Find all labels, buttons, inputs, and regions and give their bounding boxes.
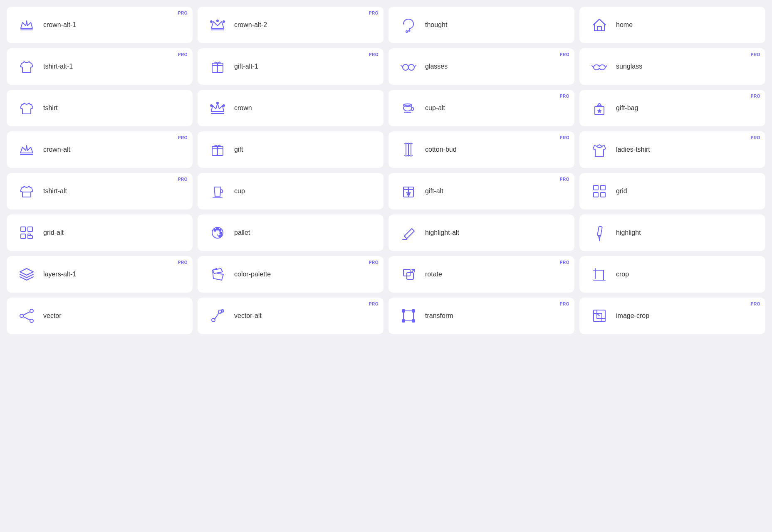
icon-card-ladies-tshirt[interactable]: ladies-tshirtPRO: [579, 131, 765, 168]
svg-rect-41: [28, 227, 32, 232]
crop-icon: [589, 264, 609, 284]
svg-point-63: [30, 319, 33, 323]
crown-alt-pro-badge: PRO: [178, 135, 188, 140]
svg-point-18: [217, 102, 218, 104]
crown-alt-2-label: crown-alt-2: [234, 21, 267, 29]
rotate-icon: [398, 264, 418, 284]
gift-alt-1-label: gift-alt-1: [234, 63, 258, 70]
icon-card-layers-alt-1[interactable]: layers-alt-1PRO: [7, 256, 193, 293]
crop-label: crop: [616, 271, 629, 278]
icon-card-cup-alt[interactable]: cup-altPRO: [388, 90, 574, 126]
cotton-bud-pro-badge: PRO: [560, 135, 569, 140]
icon-card-gift[interactable]: gift: [198, 131, 384, 168]
icon-card-grid[interactable]: grid: [579, 173, 765, 209]
svg-point-3: [223, 21, 225, 22]
icon-card-crown-alt-1[interactable]: crown-alt-1PRO: [7, 7, 193, 43]
icon-card-tshirt-alt-1[interactable]: tshirt-alt-1PRO: [7, 48, 193, 85]
svg-rect-40: [21, 227, 25, 232]
svg-line-55: [213, 278, 222, 280]
crown-alt-1-label: crown-alt-1: [43, 21, 76, 29]
pallet-icon: [208, 223, 228, 243]
icon-card-glasses[interactable]: glassesPRO: [388, 48, 574, 85]
gift-alt-icon: [398, 181, 418, 201]
crown-icon: [208, 98, 228, 118]
icon-card-crown-alt-2[interactable]: crown-alt-2PRO: [198, 7, 384, 43]
highlight-alt-label: highlight-alt: [425, 229, 459, 236]
icon-card-color-palette[interactable]: color-palettePRO: [198, 256, 384, 293]
icon-card-highlight-alt[interactable]: highlight-alt: [388, 214, 574, 251]
icon-card-crown[interactable]: crown: [198, 90, 384, 126]
svg-rect-73: [412, 320, 415, 322]
thought-icon: [398, 15, 418, 35]
icon-card-transform[interactable]: transformPRO: [388, 298, 574, 334]
icon-card-crown-alt[interactable]: crown-altPRO: [7, 131, 193, 168]
ladies-tshirt-pro-badge: PRO: [751, 135, 760, 140]
icon-card-gift-alt[interactable]: gift-altPRO: [388, 173, 574, 209]
transform-pro-badge: PRO: [560, 302, 569, 306]
gift-alt-label: gift-alt: [425, 187, 443, 195]
glasses-pro-badge: PRO: [560, 52, 569, 57]
tshirt-alt-1-icon: [17, 57, 37, 76]
svg-rect-71: [412, 310, 415, 312]
grid-icon: [589, 181, 609, 201]
crown-label: crown: [234, 104, 252, 112]
icon-card-gift-bag[interactable]: gift-bagPRO: [579, 90, 765, 126]
icon-card-vector-alt[interactable]: vector-altPRO: [198, 298, 384, 334]
svg-point-47: [217, 228, 219, 230]
sunglass-label: sunglass: [616, 63, 642, 70]
icon-card-rotate[interactable]: rotatePRO: [388, 256, 574, 293]
sunglass-pro-badge: PRO: [751, 52, 760, 57]
transform-icon: [398, 306, 418, 326]
icon-card-highlight[interactable]: highlight: [579, 214, 765, 251]
rotate-pro-badge: PRO: [560, 260, 569, 265]
svg-rect-44: [28, 234, 31, 236]
svg-rect-38: [594, 192, 598, 197]
svg-marker-23: [597, 109, 601, 113]
icon-card-cup[interactable]: cup: [198, 173, 384, 209]
grid-alt-icon: [17, 223, 37, 243]
grid-label: grid: [616, 187, 627, 195]
tshirt-alt-label: tshirt-alt: [43, 187, 67, 195]
home-icon: [589, 15, 609, 35]
crown-alt-1-pro-badge: PRO: [178, 11, 188, 15]
crown-alt-icon: [17, 140, 37, 160]
gift-icon: [208, 140, 228, 160]
icon-card-gift-alt-1[interactable]: gift-alt-1PRO: [198, 48, 384, 85]
icon-card-image-crop[interactable]: image-cropPRO: [579, 298, 765, 334]
svg-point-62: [30, 309, 33, 313]
gift-alt-1-pro-badge: PRO: [369, 52, 379, 57]
icon-card-cotton-bud[interactable]: cotton-budPRO: [388, 131, 574, 168]
svg-point-17: [223, 105, 225, 106]
image-crop-label: image-crop: [616, 312, 649, 320]
tshirt-icon: [17, 98, 37, 118]
tshirt-alt-1-pro-badge: PRO: [178, 52, 188, 57]
icon-card-sunglass[interactable]: sunglassPRO: [579, 48, 765, 85]
icon-card-tshirt-alt[interactable]: tshirt-altPRO: [7, 173, 193, 209]
icon-card-vector[interactable]: vector: [7, 298, 193, 334]
icon-card-grid-alt[interactable]: grid-alt: [7, 214, 193, 251]
icon-card-pallet[interactable]: pallet: [198, 214, 384, 251]
svg-rect-69: [403, 311, 413, 321]
cup-alt-icon: [398, 98, 418, 118]
glasses-label: glasses: [425, 63, 448, 70]
cotton-bud-label: cotton-bud: [425, 146, 457, 153]
icon-card-thought[interactable]: thought: [388, 7, 574, 43]
icon-card-crop[interactable]: crop: [579, 256, 765, 293]
icon-grid: crown-alt-1PRO crown-alt-2PRO thought ho…: [7, 7, 765, 334]
tshirt-alt-icon: [17, 181, 37, 201]
icon-card-home[interactable]: home: [579, 7, 765, 43]
svg-point-5: [406, 31, 408, 32]
icon-card-tshirt[interactable]: tshirt: [7, 90, 193, 126]
svg-point-46: [214, 229, 216, 232]
svg-point-11: [408, 64, 414, 70]
ladies-tshirt-icon: [589, 140, 609, 160]
highlight-label: highlight: [616, 229, 641, 236]
vector-icon: [17, 306, 37, 326]
cup-icon: [208, 181, 228, 201]
svg-point-4: [217, 20, 218, 22]
thought-label: thought: [425, 21, 447, 29]
svg-point-61: [20, 314, 23, 318]
cup-label: cup: [234, 187, 245, 195]
vector-label: vector: [43, 312, 62, 320]
sunglass-icon: [589, 57, 609, 76]
